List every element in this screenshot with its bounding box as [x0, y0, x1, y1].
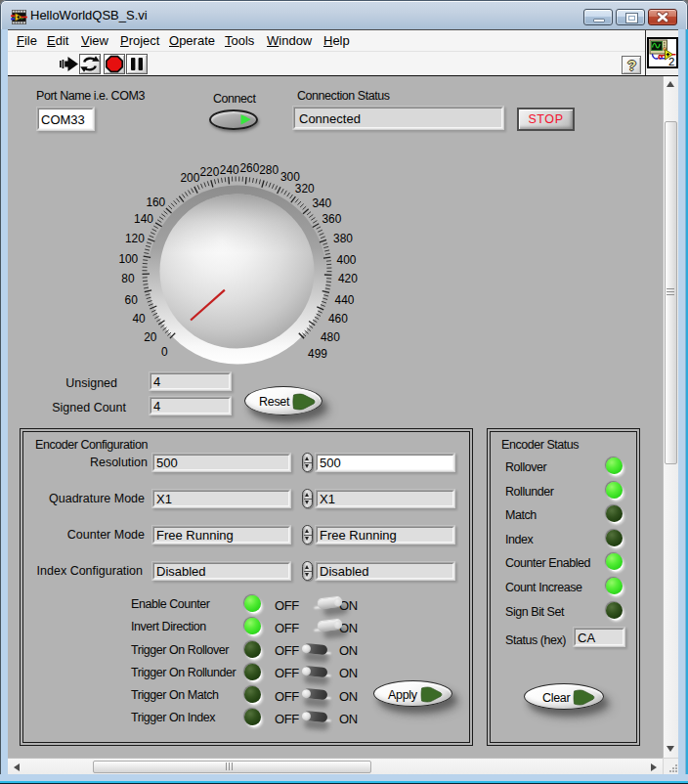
svg-text:160: 160	[146, 196, 165, 209]
svg-text:360: 360	[322, 212, 341, 226]
svg-text:340: 340	[312, 196, 331, 210]
svg-text:0: 0	[161, 345, 168, 359]
svg-text:280: 280	[259, 163, 279, 177]
svg-text:20: 20	[144, 330, 157, 344]
svg-text:140: 140	[134, 212, 153, 226]
svg-text:100: 100	[118, 252, 138, 266]
svg-text:440: 440	[335, 293, 355, 307]
svg-text:260: 260	[239, 161, 259, 175]
svg-text:220: 220	[199, 165, 219, 179]
svg-text:120: 120	[125, 232, 145, 245]
svg-text:60: 60	[125, 293, 139, 307]
svg-text:80: 80	[121, 272, 135, 285]
svg-text:499: 499	[308, 347, 327, 361]
svg-text:40: 40	[132, 312, 146, 326]
svg-text:380: 380	[333, 232, 353, 245]
svg-text:480: 480	[321, 330, 340, 344]
svg-text:2: 2	[668, 56, 674, 66]
svg-text:400: 400	[337, 253, 357, 267]
svg-text:460: 460	[328, 312, 348, 326]
svg-text:420: 420	[338, 272, 358, 285]
svg-text:320: 320	[295, 182, 315, 196]
svg-text:240: 240	[220, 163, 239, 177]
svg-text:200: 200	[180, 171, 199, 185]
